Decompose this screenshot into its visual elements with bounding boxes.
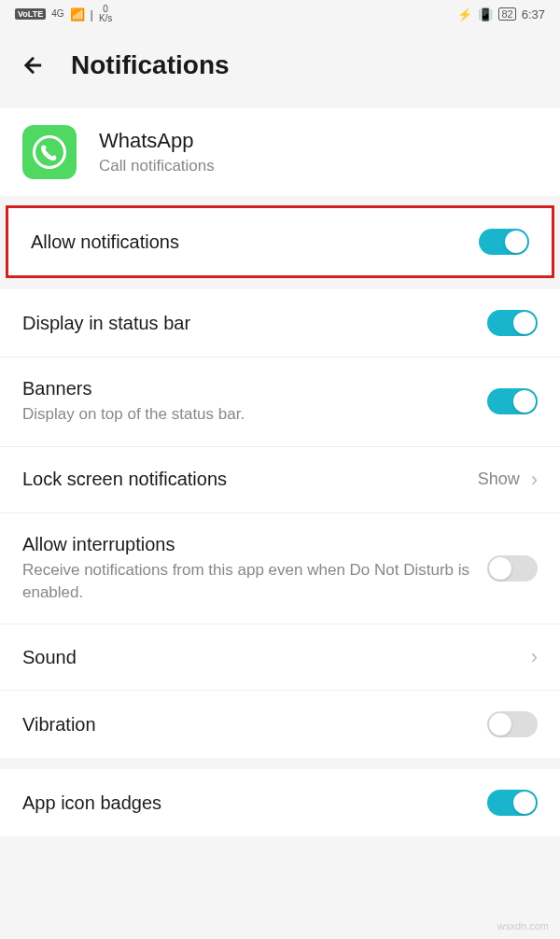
- badges-group: App icon badges: [0, 769, 560, 836]
- back-button[interactable]: [19, 50, 49, 80]
- chevron-right-icon: ›: [531, 645, 538, 669]
- lock-screen-value: Show: [478, 470, 520, 489]
- status-right: ⚡ 📳 82 6:37: [457, 7, 545, 21]
- page-header: Notifications: [0, 28, 560, 108]
- bluetooth-icon: ⚡: [457, 7, 472, 21]
- chevron-right-icon: ›: [531, 468, 538, 492]
- phone-icon: [33, 135, 66, 169]
- divider: |: [91, 7, 93, 21]
- display-status-bar-toggle[interactable]: [487, 310, 538, 336]
- display-settings-group: Display in status bar Banners Display on…: [0, 289, 560, 758]
- lock-screen-row[interactable]: Lock screen notifications Show ›: [0, 447, 560, 513]
- allow-interruptions-subtitle: Receive notifications from this app even…: [22, 559, 487, 604]
- allow-interruptions-toggle[interactable]: [487, 555, 538, 582]
- app-subtitle: Call notifications: [99, 157, 215, 175]
- banners-toggle[interactable]: [487, 388, 538, 414]
- data-speed: 0 K/s: [99, 5, 112, 23]
- vibration-row[interactable]: Vibration: [0, 691, 560, 758]
- banners-row[interactable]: Banners Display on top of the status bar…: [0, 357, 560, 447]
- lock-screen-label: Lock screen notifications: [22, 469, 478, 490]
- allow-notifications-row[interactable]: Allow notifications: [8, 208, 552, 275]
- sound-label: Sound: [22, 647, 531, 668]
- display-status-bar-label: Display in status bar: [22, 313, 487, 334]
- sound-row[interactable]: Sound ›: [0, 624, 560, 691]
- signal-indicator: 4G: [51, 9, 63, 19]
- watermark: wsxdn.com: [497, 920, 549, 932]
- allow-notifications-toggle[interactable]: [479, 229, 529, 255]
- highlighted-allow-notifications: Allow notifications: [6, 205, 554, 278]
- battery-indicator: 82: [498, 7, 515, 21]
- app-icon-badges-label: App icon badges: [22, 792, 487, 814]
- banners-label: Banners: [22, 378, 487, 399]
- status-left: VoLTE 4G 📶 | 0 K/s: [15, 5, 112, 23]
- banners-subtitle: Display on top of the status bar.: [22, 403, 487, 426]
- allow-notifications-label: Allow notifications: [31, 231, 479, 253]
- app-name: WhatsApp: [99, 129, 215, 153]
- vibration-label: Vibration: [22, 714, 487, 736]
- display-status-bar-row[interactable]: Display in status bar: [0, 289, 560, 357]
- app-info-section: WhatsApp Call notifications: [0, 108, 560, 196]
- allow-interruptions-label: Allow interruptions: [22, 534, 487, 555]
- vibration-toggle[interactable]: [487, 711, 538, 737]
- back-arrow-icon: [21, 52, 47, 78]
- allow-interruptions-row[interactable]: Allow interruptions Receive notification…: [0, 513, 560, 625]
- signal-bars-icon: 📶: [70, 7, 85, 21]
- app-info-text: WhatsApp Call notifications: [99, 129, 215, 175]
- app-icon-badges-toggle[interactable]: [487, 790, 538, 816]
- time-display: 6:37: [522, 7, 545, 21]
- vibrate-icon: 📳: [478, 7, 493, 21]
- volte-badge: VoLTE: [15, 8, 46, 20]
- app-icon-badges-row[interactable]: App icon badges: [0, 769, 560, 836]
- whatsapp-icon: [22, 125, 77, 179]
- status-bar: VoLTE 4G 📶 | 0 K/s ⚡ 📳 82 6:37: [0, 0, 560, 28]
- svg-point-0: [35, 137, 65, 168]
- page-title: Notifications: [71, 50, 230, 80]
